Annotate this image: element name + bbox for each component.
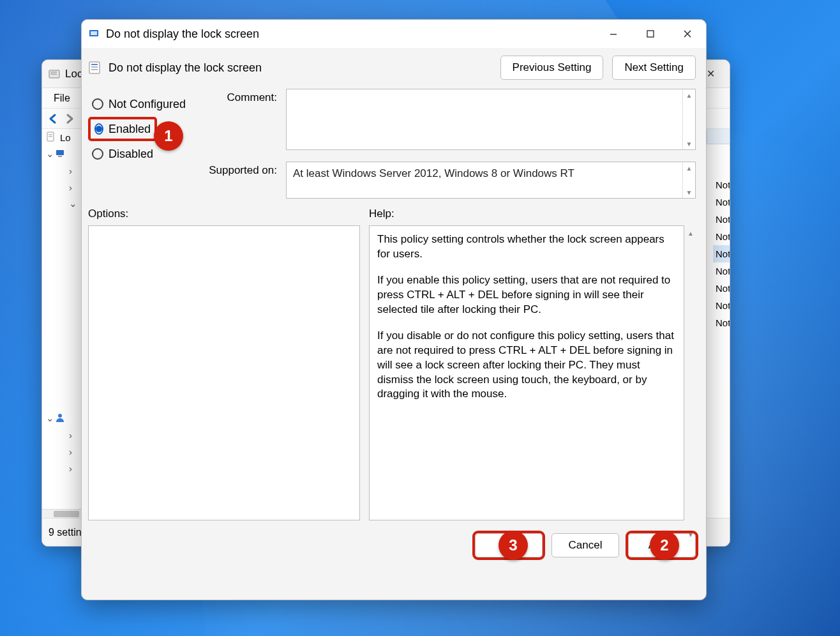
help-paragraph: This policy setting controls whether the… (377, 232, 676, 262)
state-cell[interactable]: Not (713, 297, 730, 314)
help-text-area: This policy setting controls whether the… (369, 225, 684, 520)
dialog-titlebar: Do not display the lock screen (82, 20, 706, 48)
menu-file[interactable]: File (47, 93, 77, 104)
svg-rect-2 (50, 73, 57, 75)
svg-rect-5 (49, 136, 52, 137)
forward-button[interactable] (61, 111, 77, 126)
caret-right-icon: › (69, 446, 78, 457)
document-icon (46, 132, 57, 143)
svg-rect-4 (49, 134, 52, 135)
state-cell[interactable]: Not (713, 193, 730, 211)
comment-label: Comment: (203, 89, 280, 150)
previous-setting-button[interactable]: Previous Setting (500, 56, 604, 80)
state-column: NotNotNotNotNotNotNotNotNot (713, 144, 730, 518)
options-label: Options: (88, 208, 369, 220)
caret-down-icon: ⌄ (69, 198, 78, 209)
radio-icon (92, 98, 103, 110)
minimize-button[interactable] (595, 20, 632, 48)
scrollbar[interactable]: ▲▼ (682, 89, 695, 149)
annotation-badge-3: 3 (499, 531, 528, 560)
radio-label: Not Configured (109, 98, 186, 111)
supported-on-field: At least Windows Server 2012, Windows 8 … (286, 162, 696, 199)
annotation-badge-2: 2 (650, 531, 679, 560)
help-label: Help: (369, 208, 394, 220)
caret-down-icon: ⌄ (46, 148, 55, 160)
svg-rect-7 (58, 156, 62, 157)
annotation-badge-1: 1 (154, 121, 183, 151)
radio-label: Disabled (109, 148, 153, 161)
policy-setting-icon (88, 61, 102, 75)
policy-name: Do not display the lock screen (109, 61, 262, 75)
state-cell[interactable]: Not (713, 314, 730, 331)
state-cell[interactable]: Not (713, 280, 730, 297)
caret-right-icon: › (69, 430, 78, 441)
svg-rect-10 (91, 31, 97, 35)
svg-rect-12 (647, 31, 654, 37)
svg-point-8 (58, 414, 62, 418)
supported-value: At least Windows Server 2012, Windows 8 … (293, 167, 574, 179)
policy-dialog: Do not display the lock screen Do not di… (81, 19, 707, 600)
svg-rect-11 (610, 34, 617, 34)
radio-disabled[interactable]: Disabled (88, 141, 203, 167)
svg-rect-14 (91, 64, 98, 65)
svg-rect-6 (56, 150, 64, 155)
policy-icon (88, 28, 100, 40)
caret-right-icon: › (69, 165, 78, 176)
comment-input[interactable]: ▲▼ (286, 89, 696, 150)
close-button[interactable] (669, 20, 706, 48)
radio-label: Enabled (109, 123, 151, 136)
help-paragraph: If you disable or do not configure this … (377, 329, 676, 402)
radio-icon (92, 148, 103, 160)
scrollbar[interactable]: ▲▼ (686, 225, 696, 534)
svg-rect-1 (50, 72, 57, 73)
state-cell[interactable]: Not (713, 211, 730, 228)
options-area (88, 225, 360, 520)
caret-right-icon: › (69, 463, 78, 474)
tree-root-label: Lo (60, 132, 71, 143)
computer-icon (55, 148, 66, 160)
maximize-button[interactable] (632, 20, 669, 48)
scrollbar[interactable]: ▲▼ (682, 162, 695, 198)
state-cell[interactable]: Not (713, 262, 730, 280)
gpedit-icon (49, 68, 60, 80)
caret-right-icon: › (69, 182, 78, 193)
state-cell[interactable]: Not (713, 176, 730, 193)
svg-rect-15 (91, 66, 98, 68)
radio-icon (94, 123, 103, 135)
back-button[interactable] (46, 111, 61, 126)
caret-down-icon: ⌄ (46, 413, 55, 424)
state-cell[interactable]: Not (713, 228, 730, 245)
svg-rect-16 (91, 69, 98, 70)
radio-enabled[interactable]: Enabled (88, 117, 157, 141)
supported-label: Supported on: (203, 162, 280, 199)
state-cell[interactable]: Not (713, 245, 730, 262)
help-paragraph: If you enable this policy setting, users… (377, 273, 676, 317)
next-setting-button[interactable]: Next Setting (612, 56, 696, 80)
radio-not-configured[interactable]: Not Configured (88, 91, 203, 117)
cancel-button[interactable]: Cancel (551, 533, 619, 557)
user-icon (55, 413, 66, 424)
list-header-segment[interactable] (707, 129, 730, 144)
